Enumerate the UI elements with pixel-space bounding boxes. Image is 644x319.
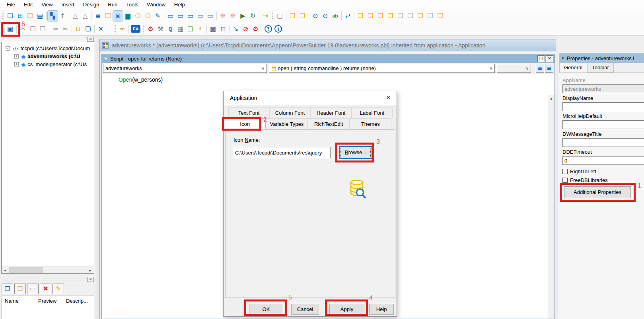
exit-icon[interactable]: ⇥ (261, 11, 270, 21)
icon-name-input[interactable] (233, 147, 331, 158)
powerbuilder-icon[interactable]: ∞ (117, 24, 127, 34)
doc-text-icon[interactable]: ❑ (288, 11, 298, 21)
list-view-icon[interactable]: ≡ (536, 64, 544, 73)
run-window-icon[interactable]: ▭ (165, 11, 175, 21)
info-icon[interactable]: i (274, 25, 282, 33)
tab-general[interactable]: General (559, 63, 587, 72)
inherit-object-icon[interactable]: ⊞ (15, 11, 25, 21)
microhelpdefault-input[interactable] (562, 120, 644, 129)
edit-source-icon[interactable]: ✎ (153, 11, 163, 21)
scrollbar-thumb[interactable] (9, 267, 43, 273)
grip-handle[interactable] (2, 38, 85, 40)
clip-gear-icon[interactable]: ❒ (356, 11, 366, 21)
spellcheck-icon[interactable]: Q (165, 24, 175, 34)
tools-icon[interactable]: ⚒ (156, 24, 165, 34)
menu-design[interactable]: Design (79, 1, 103, 8)
clip-box-icon[interactable]: ❒ (425, 11, 435, 21)
undo-icon[interactable]: ⇦ (51, 24, 60, 34)
scroll-right-icon[interactable]: ▸ (87, 267, 93, 273)
deploy-icon[interactable]: ↑ (58, 11, 68, 21)
csharp-icon[interactable]: C# (131, 25, 140, 33)
paste-special-icon[interactable]: ❒ (2, 284, 13, 294)
goto-icon[interactable]: ↘ (231, 24, 241, 34)
structure-icon[interactable]: ❏ (185, 24, 195, 34)
archive-icon[interactable]: ▭ (205, 11, 215, 21)
appname-input[interactable] (562, 84, 644, 93)
lightning-icon[interactable]: ⚡ (195, 24, 205, 34)
script-titlebar[interactable]: ✦ Script - open for returns (None) □ ✕ (102, 54, 555, 63)
expander-expand[interactable]: + (14, 62, 19, 67)
menu-insert[interactable]: Insert (57, 1, 79, 8)
close-icon[interactable]: ✕ (96, 24, 106, 34)
tab-column-font[interactable]: Column Font (269, 107, 310, 118)
debug-icon[interactable]: ❋ (218, 11, 228, 21)
grip-handle[interactable] (2, 278, 85, 280)
tab-variable-types[interactable]: Variable Types (266, 118, 307, 129)
redo-icon[interactable]: ⇨ (60, 24, 70, 34)
zoom-icon[interactable]: ⊙ (310, 11, 320, 21)
horizontal-scrollbar[interactable]: ◂ ▸ (2, 266, 94, 273)
document-titlebar[interactable]: adventureworks * (adventureworks) (c:\Us… (100, 39, 556, 51)
layout-icon[interactable]: ▤ (35, 11, 45, 21)
tree-item[interactable]: + ◉ adventureworks (c:\U (14, 52, 94, 60)
paste-icon[interactable]: ❒ (38, 24, 48, 34)
todo-list-icon[interactable]: ≣ (93, 11, 103, 21)
select-region-icon[interactable]: ▢ (275, 11, 285, 21)
close-icon[interactable]: ✕ (546, 55, 553, 62)
project-icon[interactable]: ▭ (195, 11, 205, 21)
clip-expression-icon[interactable]: ❒ (385, 11, 395, 21)
properties-titlebar[interactable]: ✦ Properties - adventureworks i (559, 53, 644, 63)
tab-header-font[interactable]: Header Font (311, 107, 352, 118)
debug-select-icon[interactable]: ❋ (228, 11, 238, 21)
menu-edit[interactable]: Edit (19, 1, 37, 8)
scroll-up-icon[interactable]: ▴ (548, 95, 555, 101)
tree-panel-titlebar[interactable]: ✕ (1, 37, 94, 42)
tree-item[interactable]: + ◉ cs_modelgenerator (c:\Us (14, 60, 94, 68)
replace-text-icon[interactable]: ab (330, 11, 340, 21)
clip-window-icon[interactable]: ⊠ (113, 11, 123, 21)
system-tree-icon[interactable]: ▚ (48, 11, 58, 21)
clip-window-icon[interactable]: ❒ (415, 11, 425, 21)
message-icon[interactable]: ⊡ (218, 24, 228, 34)
zoom-select-icon[interactable]: ⊙ (320, 11, 330, 21)
menu-view[interactable]: View (37, 1, 57, 8)
table-calendar-icon[interactable]: ▦ (175, 24, 185, 34)
clip-settings-icon[interactable]: ❒ (435, 11, 445, 21)
db-profile-icon[interactable]: ❍ (133, 11, 143, 21)
inherit-descendant-icon[interactable]: △ (70, 11, 80, 21)
database-icon[interactable]: ❍ (143, 11, 153, 21)
menu-file[interactable]: File (2, 1, 19, 8)
copy-entry-icon[interactable]: ❐ (14, 284, 26, 294)
help-button[interactable]: Help (369, 304, 394, 315)
clip-image-icon[interactable]: ❒ (376, 11, 385, 21)
tab-themes[interactable]: Themes (350, 118, 391, 129)
event-select[interactable]: ▤ open ( string commandline ) returns (n… (269, 64, 495, 73)
column-header[interactable]: Descrip... (63, 296, 88, 306)
tab-richtextedit[interactable]: RichTextEdit (308, 118, 350, 129)
help-icon[interactable]: ? (265, 25, 272, 33)
menu-tools[interactable]: Tools (122, 1, 142, 8)
edit-entry-icon[interactable]: ✎ (53, 284, 64, 294)
dwmessagetitle-input[interactable] (562, 138, 644, 147)
new-icon[interactable]: ❏ (5, 11, 15, 21)
output-panel-titlebar[interactable]: ✕ (1, 277, 94, 282)
menu-run[interactable]: Run (103, 1, 122, 8)
cancel-button[interactable]: Cancel (291, 304, 319, 315)
inherit-ancestor-icon[interactable]: △ (80, 11, 90, 21)
scroll-left-icon[interactable]: ◂ (2, 267, 8, 273)
ddetimeout-input[interactable] (562, 156, 644, 165)
vertical-scrollbar[interactable]: ▴ (548, 95, 555, 319)
disable-structure-icon[interactable]: ⊘ (241, 24, 251, 34)
righttoleft-checkbox[interactable] (562, 169, 568, 174)
doc-gear-icon[interactable]: ⚙ (146, 24, 156, 34)
browse-library-icon[interactable]: ❒ (103, 11, 113, 21)
close-icon[interactable]: ✕ (87, 37, 94, 42)
run-icon[interactable]: ▶ (238, 11, 248, 21)
column-header[interactable]: Name (2, 296, 35, 306)
comment-bracket-icon[interactable]: ⊔ (73, 24, 83, 34)
close-icon[interactable]: ✕ (380, 91, 397, 105)
camera-gear-icon[interactable]: ⚙ (251, 24, 261, 34)
menu-window[interactable]: Window (143, 1, 170, 8)
preview-window-icon[interactable]: ▭ (175, 11, 185, 21)
clip-copy-icon[interactable]: ❒ (405, 11, 415, 21)
